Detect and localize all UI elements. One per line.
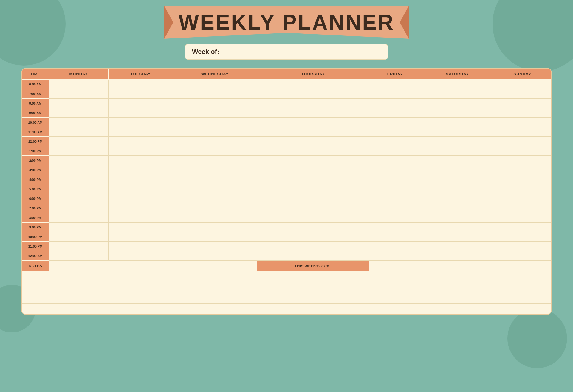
cell-saturday-1-00-PM[interactable] bbox=[421, 146, 494, 156]
cell-tuesday-7-00-PM[interactable] bbox=[109, 203, 173, 213]
cell-friday-5-00-PM[interactable] bbox=[369, 184, 421, 194]
cell-tuesday-3-00-PM[interactable] bbox=[109, 165, 173, 175]
cell-friday-7-00-AM[interactable] bbox=[369, 89, 421, 99]
cell-monday-11-00-AM[interactable] bbox=[49, 127, 109, 137]
cell-sunday-11-00-PM[interactable] bbox=[494, 242, 551, 251]
cell-thursday-11-00-AM[interactable] bbox=[257, 127, 369, 137]
cell-sunday-1-00-PM[interactable] bbox=[494, 146, 551, 156]
cell-friday-8-00-AM[interactable] bbox=[369, 99, 421, 108]
cell-monday-7-00-AM[interactable] bbox=[49, 89, 109, 99]
cell-monday-2-00-PM[interactable] bbox=[49, 156, 109, 165]
cell-thursday-10-00-PM[interactable] bbox=[257, 232, 369, 242]
cell-friday-9-00-PM[interactable] bbox=[369, 223, 421, 232]
cell-sunday-7-00-PM[interactable] bbox=[494, 203, 551, 213]
cell-tuesday-10-00-AM[interactable] bbox=[109, 118, 173, 127]
cell-sunday-2-00-PM[interactable] bbox=[494, 156, 551, 165]
cell-wednesday-6-00-AM[interactable] bbox=[173, 80, 257, 89]
cell-wednesday-10-00-PM[interactable] bbox=[173, 232, 257, 242]
cell-saturday-6-00-PM[interactable] bbox=[421, 194, 494, 203]
notes-line-3[interactable] bbox=[49, 282, 257, 293]
cell-saturday-7-00-AM[interactable] bbox=[421, 89, 494, 99]
cell-monday-4-00-PM[interactable] bbox=[49, 175, 109, 184]
cell-thursday-5-00-PM[interactable] bbox=[257, 184, 369, 194]
cell-thursday-1-00-PM[interactable] bbox=[257, 146, 369, 156]
cell-sunday-12-00-AM[interactable] bbox=[494, 251, 551, 261]
cell-saturday-6-00-AM[interactable] bbox=[421, 80, 494, 89]
cell-tuesday-4-00-PM[interactable] bbox=[109, 175, 173, 184]
cell-tuesday-6-00-AM[interactable] bbox=[109, 80, 173, 89]
cell-saturday-3-00-PM[interactable] bbox=[421, 165, 494, 175]
cell-monday-7-00-PM[interactable] bbox=[49, 203, 109, 213]
cell-wednesday-11-00-AM[interactable] bbox=[173, 127, 257, 137]
cell-thursday-10-00-AM[interactable] bbox=[257, 118, 369, 127]
cell-sunday-10-00-AM[interactable] bbox=[494, 118, 551, 127]
cell-monday-12-00-PM[interactable] bbox=[49, 137, 109, 146]
cell-thursday-4-00-PM[interactable] bbox=[257, 175, 369, 184]
cell-thursday-7-00-PM[interactable] bbox=[257, 203, 369, 213]
cell-wednesday-7-00-PM[interactable] bbox=[173, 203, 257, 213]
notes-line-1[interactable] bbox=[49, 261, 257, 271]
cell-friday-2-00-PM[interactable] bbox=[369, 156, 421, 165]
week-of-box[interactable]: Week of: bbox=[185, 44, 388, 60]
cell-saturday-9-00-AM[interactable] bbox=[421, 108, 494, 118]
cell-sunday-3-00-PM[interactable] bbox=[494, 165, 551, 175]
cell-monday-3-00-PM[interactable] bbox=[49, 165, 109, 175]
cell-monday-10-00-PM[interactable] bbox=[49, 232, 109, 242]
cell-friday-10-00-PM[interactable] bbox=[369, 232, 421, 242]
cell-friday-1-00-PM[interactable] bbox=[369, 146, 421, 156]
cell-saturday-8-00-PM[interactable] bbox=[421, 213, 494, 223]
cell-saturday-4-00-PM[interactable] bbox=[421, 175, 494, 184]
notes-line-4[interactable] bbox=[49, 293, 257, 304]
cell-monday-8-00-PM[interactable] bbox=[49, 213, 109, 223]
cell-friday-11-00-PM[interactable] bbox=[369, 242, 421, 251]
cell-wednesday-11-00-PM[interactable] bbox=[173, 242, 257, 251]
cell-monday-8-00-AM[interactable] bbox=[49, 99, 109, 108]
cell-wednesday-8-00-PM[interactable] bbox=[173, 213, 257, 223]
cell-friday-8-00-PM[interactable] bbox=[369, 213, 421, 223]
cell-sunday-8-00-PM[interactable] bbox=[494, 213, 551, 223]
cell-tuesday-9-00-AM[interactable] bbox=[109, 108, 173, 118]
cell-friday-9-00-AM[interactable] bbox=[369, 108, 421, 118]
cell-thursday-12-00-PM[interactable] bbox=[257, 137, 369, 146]
cell-wednesday-1-00-PM[interactable] bbox=[173, 146, 257, 156]
cell-sunday-11-00-AM[interactable] bbox=[494, 127, 551, 137]
cell-thursday-2-00-PM[interactable] bbox=[257, 156, 369, 165]
goal-line-1[interactable] bbox=[369, 261, 551, 271]
cell-monday-11-00-PM[interactable] bbox=[49, 242, 109, 251]
cell-sunday-4-00-PM[interactable] bbox=[494, 175, 551, 184]
notes-line-5[interactable] bbox=[49, 304, 257, 314]
cell-wednesday-6-00-PM[interactable] bbox=[173, 194, 257, 203]
cell-monday-1-00-PM[interactable] bbox=[49, 146, 109, 156]
cell-saturday-12-00-PM[interactable] bbox=[421, 137, 494, 146]
goal-line-5[interactable] bbox=[369, 304, 551, 314]
cell-tuesday-10-00-PM[interactable] bbox=[109, 232, 173, 242]
cell-saturday-2-00-PM[interactable] bbox=[421, 156, 494, 165]
cell-friday-7-00-PM[interactable] bbox=[369, 203, 421, 213]
cell-sunday-10-00-PM[interactable] bbox=[494, 232, 551, 242]
cell-saturday-11-00-PM[interactable] bbox=[421, 242, 494, 251]
cell-wednesday-8-00-AM[interactable] bbox=[173, 99, 257, 108]
cell-tuesday-7-00-AM[interactable] bbox=[109, 89, 173, 99]
goal-line-2[interactable] bbox=[369, 271, 551, 282]
cell-wednesday-3-00-PM[interactable] bbox=[173, 165, 257, 175]
cell-thursday-6-00-PM[interactable] bbox=[257, 194, 369, 203]
cell-monday-10-00-AM[interactable] bbox=[49, 118, 109, 127]
cell-friday-6-00-PM[interactable] bbox=[369, 194, 421, 203]
cell-wednesday-5-00-PM[interactable] bbox=[173, 184, 257, 194]
cell-sunday-7-00-AM[interactable] bbox=[494, 89, 551, 99]
cell-monday-12-00-AM[interactable] bbox=[49, 251, 109, 261]
cell-saturday-9-00-PM[interactable] bbox=[421, 223, 494, 232]
cell-tuesday-11-00-AM[interactable] bbox=[109, 127, 173, 137]
cell-thursday-3-00-PM[interactable] bbox=[257, 165, 369, 175]
cell-monday-6-00-PM[interactable] bbox=[49, 194, 109, 203]
cell-sunday-9-00-AM[interactable] bbox=[494, 108, 551, 118]
cell-wednesday-10-00-AM[interactable] bbox=[173, 118, 257, 127]
cell-friday-12-00-PM[interactable] bbox=[369, 137, 421, 146]
cell-tuesday-9-00-PM[interactable] bbox=[109, 223, 173, 232]
cell-monday-9-00-PM[interactable] bbox=[49, 223, 109, 232]
cell-thursday-8-00-AM[interactable] bbox=[257, 99, 369, 108]
cell-thursday-7-00-AM[interactable] bbox=[257, 89, 369, 99]
cell-tuesday-8-00-AM[interactable] bbox=[109, 99, 173, 108]
cell-sunday-5-00-PM[interactable] bbox=[494, 184, 551, 194]
cell-saturday-7-00-PM[interactable] bbox=[421, 203, 494, 213]
